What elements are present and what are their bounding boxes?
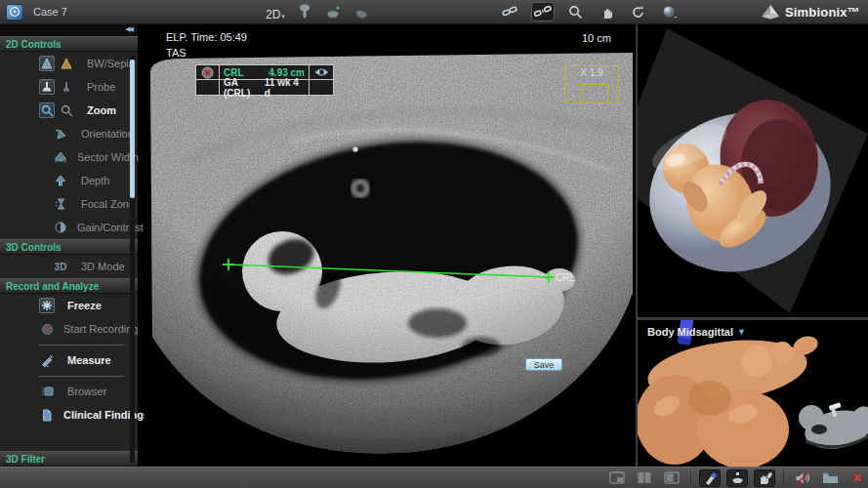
transducer-b-button[interactable] <box>351 2 373 21</box>
sidebar-item-label: Browser <box>67 386 106 397</box>
section-header-record-analyze: Record and Analyze <box>0 278 138 294</box>
top-toolbar: Case 7 2D▾ <box>0 0 868 24</box>
measurement-visibility-button[interactable] <box>310 65 333 80</box>
probe-light-icon <box>39 79 55 95</box>
sepia-triangle-icon <box>59 56 74 71</box>
browser-list-icon <box>39 384 55 399</box>
view-selector-label: Body Midsagittal <box>647 326 733 338</box>
zoom-out-icon <box>59 102 74 118</box>
sidebar-item-start-recording[interactable]: Start Recording <box>0 317 138 341</box>
zoom-in-icon <box>39 102 55 118</box>
controls-sidebar: ◀◀ 2D Controls BW/Sepia Probe Zoom Orien… <box>0 24 138 467</box>
eye-icon <box>314 67 329 77</box>
measurement-value: 11 wk 4 d <box>265 77 305 99</box>
sidebar-item-label: 3D Mode <box>81 261 125 272</box>
mute-speaker-button[interactable] <box>792 469 813 487</box>
gain-contrast-icon <box>53 220 68 235</box>
sidebar-scrollbar[interactable] <box>130 56 135 463</box>
layout-dual-button[interactable] <box>634 469 655 487</box>
link-probes-button[interactable] <box>500 2 519 21</box>
sidebar-item-zoom[interactable]: Zoom <box>0 99 138 122</box>
record-icon <box>39 321 55 337</box>
depth-icon <box>53 173 68 188</box>
measurement-empty-cell <box>196 80 220 95</box>
focal-zone-icon <box>53 196 68 212</box>
body-position-panel[interactable]: Body Midsagittal ▼ <box>638 320 868 467</box>
scrollbar-thumb[interactable] <box>130 60 135 198</box>
pan-hand-button[interactable] <box>598 2 617 21</box>
caliper-label: CRL <box>556 272 575 283</box>
sidebar-item-focal-zone[interactable]: Focal Zone <box>0 192 138 216</box>
sidebar-item-label: Measure <box>67 354 111 366</box>
measurement-table: CRL 4.93 cm GA (CRL) 11 wk 4 d <box>195 64 334 96</box>
sidebar-item-gain-contrast[interactable]: Gain/Contrast <box>0 216 138 239</box>
section-header-2d-controls: 2D Controls <box>0 36 138 52</box>
sidebar-item-label: Focal Zone <box>81 198 135 210</box>
sidebar-item-3d-mode[interactable]: 3D 3D Mode <box>0 255 138 278</box>
sidebar-item-measure[interactable]: Measure <box>0 348 138 372</box>
sidebar-item-orientation[interactable]: Orientation <box>0 122 138 145</box>
toolbar-separator <box>690 471 691 485</box>
sidebar-collapse-button[interactable]: ◀◀ <box>125 25 132 33</box>
ultrasound-view[interactable]: CRL ELP. Time: 05:49 TAS 10 cm CRL 4.93 … <box>145 24 636 467</box>
probe-tool-button[interactable] <box>699 469 721 487</box>
zoom-region-indicator[interactable]: X 1.9 <box>564 65 619 103</box>
sidebar-item-clinical-findings[interactable]: Clinical Findings <box>0 403 138 427</box>
open-case-folder-button[interactable] <box>819 469 841 487</box>
view-selector[interactable]: Body Midsagittal ▼ <box>647 326 746 338</box>
mode-label: 2D <box>266 8 280 21</box>
unlink-probes-button[interactable] <box>531 2 555 21</box>
zoom-region-inner-box <box>580 84 608 103</box>
sidebar-item-label: Freeze <box>67 300 102 311</box>
section-header-3d-controls: 3D Controls <box>0 239 138 255</box>
hand-probe-button[interactable] <box>754 469 775 487</box>
exit-close-button[interactable] <box>847 469 868 487</box>
sidebar-divider <box>39 345 124 346</box>
sidebar-item-label: BW/Sepia <box>87 58 135 69</box>
render-quality-button[interactable] <box>660 2 680 21</box>
bw-triangle-icon <box>39 56 55 71</box>
section-header-3d-filter: 3D Filter <box>0 451 138 467</box>
bottom-toolbar <box>0 467 868 488</box>
orientation-icon <box>53 126 68 142</box>
probe-dark-icon <box>59 79 74 95</box>
sidebar-item-label: Orientation <box>81 128 134 140</box>
measurement-empty-cell <box>310 80 333 95</box>
save-button[interactable]: Save <box>525 358 562 371</box>
mode-2d-button[interactable]: 2D▾ <box>264 2 287 21</box>
sidebar-item-label: Zoom <box>87 104 116 116</box>
measurement-delete-button[interactable] <box>196 65 220 80</box>
sidebar-item-depth[interactable]: Depth <box>0 169 138 192</box>
fetus-3d-scene <box>638 24 868 317</box>
depth-scale-label: 10 cm <box>582 32 611 44</box>
sector-width-icon <box>53 149 68 165</box>
probe-mode-label: TAS <box>166 47 186 59</box>
sidebar-item-probe[interactable]: Probe <box>0 75 138 99</box>
rotate-tool-button[interactable] <box>629 2 648 21</box>
sidebar-item-bw-sepia[interactable]: BW/Sepia <box>0 52 138 75</box>
sidebar-item-freeze[interactable]: Freeze <box>0 294 138 317</box>
sidebar-item-sector-width[interactable]: Sector Width <box>0 145 138 169</box>
probe-pin-button[interactable] <box>295 2 314 21</box>
fetus-3d-panel[interactable] <box>638 24 868 317</box>
transducer-a-button[interactable] <box>322 2 344 21</box>
clinical-findings-document-icon <box>39 407 55 423</box>
measurement-name: GA (CRL) <box>224 77 265 99</box>
sidebar-item-browser[interactable]: Browser <box>0 380 138 403</box>
case-title: Case 7 <box>33 6 67 18</box>
layout-overlay-button[interactable] <box>661 469 682 487</box>
sidebar-item-label: Probe <box>87 81 115 93</box>
sidebar-top-strip: ◀◀ <box>0 24 138 36</box>
transducer-tool-button[interactable] <box>726 469 748 487</box>
sidebar-divider <box>39 376 124 377</box>
right-column: Body Midsagittal ▼ <box>636 24 868 467</box>
layout-single-button[interactable] <box>606 469 628 487</box>
elapsed-time-label: ELP. Time: 05:49 <box>166 31 247 43</box>
zoom-factor-label: X 1.9 <box>565 67 618 78</box>
body-3d-scene <box>638 320 868 467</box>
simulator-window: Case 7 2D▾ <box>0 0 868 488</box>
toolbar-separator <box>783 471 784 485</box>
zoom-tool-button[interactable] <box>566 2 586 21</box>
sidebar-item-label: Start Recording <box>63 323 138 335</box>
chevron-down-icon: ▼ <box>737 327 746 337</box>
